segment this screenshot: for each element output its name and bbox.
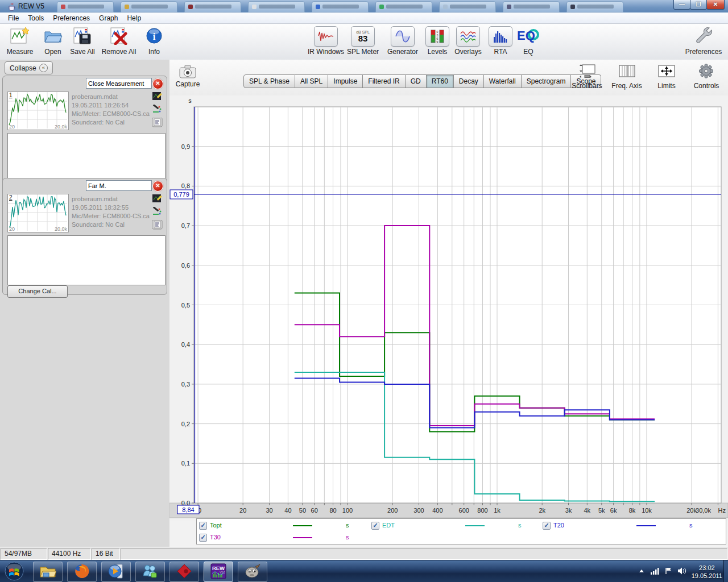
- background-browser-tab: [248, 1, 305, 13]
- controls-button[interactable]: Controls: [689, 63, 723, 90]
- toolbar-measure-button[interactable]: Measure: [1, 26, 39, 56]
- background-browser-tab: [57, 1, 114, 13]
- taskbar-rew-button[interactable]: REWV5.0: [204, 562, 233, 582]
- scrollbars-button[interactable]: Scrollbars: [570, 63, 604, 90]
- measurement-name-input[interactable]: [86, 78, 152, 89]
- toolbar-save-all-button[interactable]: Save All: [64, 26, 101, 56]
- toolbar-spl-meter-button[interactable]: dB SPL83SPL Meter: [344, 26, 382, 56]
- taskbar-explorer-button[interactable]: [33, 562, 63, 582]
- legend-checkbox-topt[interactable]: ✓: [199, 522, 207, 530]
- thumbnail-sparkline: [8, 92, 67, 128]
- graph-tab-decay[interactable]: Decay: [454, 74, 484, 88]
- toolbar-eq-button[interactable]: EQEQ: [510, 26, 547, 56]
- graph-tab-filtered-ir[interactable]: Filtered IR: [363, 74, 405, 88]
- explorer-icon: [39, 564, 56, 580]
- wrench-icon: [694, 26, 713, 47]
- measurement-panel-1[interactable]: ✕ 1 20 20,0k proberaum.mdat 19.05.2011 1…: [2, 76, 167, 193]
- measurement-name-input[interactable]: [86, 180, 152, 191]
- hidden-icons-arrow[interactable]: [638, 568, 645, 575]
- toolbar-ir-windows-button[interactable]: IR Windows: [307, 26, 345, 56]
- graph-tab-spectrogram[interactable]: Spectrogram: [522, 74, 572, 88]
- legend-checkbox-t20[interactable]: ✓: [543, 522, 551, 530]
- rt60-chart[interactable]: 0,00,10,20,30,40,50,60,70,80,91020304050…: [169, 95, 728, 521]
- close-button[interactable]: ✕: [706, 0, 725, 10]
- taskbar-clock[interactable]: 23:02 19.05.2011: [692, 564, 722, 580]
- overlays-icon: [456, 26, 480, 47]
- graph-tab-spl-phase[interactable]: SPL & Phase: [243, 74, 295, 88]
- window-titlebar[interactable]: REW V5 — ❐ ✕: [0, 0, 728, 13]
- taskbar-media-player-button[interactable]: [101, 562, 131, 582]
- measurement-number: 2: [9, 194, 13, 201]
- menu-file[interactable]: File: [3, 13, 23, 23]
- legend-label: T20: [553, 522, 564, 529]
- measurement-notes-area[interactable]: [7, 235, 166, 285]
- show-desktop-button[interactable]: [723, 560, 728, 582]
- y-tick-label: 0,4: [181, 341, 190, 348]
- taskbar-messenger-button[interactable]: [135, 562, 165, 582]
- adjust-wand-icon[interactable]: [152, 207, 164, 217]
- restore-button[interactable]: ❐: [690, 0, 707, 10]
- legend-label: Topt: [210, 522, 222, 529]
- legend-unit: s: [346, 534, 349, 541]
- toolbar-preferences-button[interactable]: Preferences: [685, 26, 722, 56]
- toolbar-generator-button[interactable]: Generator: [384, 26, 421, 56]
- graph-tab-all-spl[interactable]: All SPL: [295, 74, 328, 88]
- remove-all-icon: [109, 27, 129, 46]
- x-tick-label: 200: [387, 507, 398, 514]
- taskbar-firefox-button[interactable]: [67, 562, 97, 582]
- x-tick-label: 100: [342, 507, 353, 514]
- windows-taskbar: 23:02 19.05.2011 REWV5.0: [0, 560, 728, 582]
- menu-tools[interactable]: Tools: [23, 13, 48, 23]
- taskbar-gimp-button[interactable]: [238, 562, 267, 582]
- svg-text:i: i: [153, 31, 156, 42]
- graph-tab-waterfall[interactable]: Waterfall: [484, 74, 522, 88]
- close-measurement-icon[interactable]: ✕: [152, 78, 163, 89]
- capture-button[interactable]: Capture: [175, 64, 200, 88]
- legend-line-swatch: [465, 525, 485, 526]
- x-tick-label: 2k: [539, 507, 545, 514]
- measurement-soundcard: Soundcard: No Cal: [72, 118, 151, 127]
- menu-help[interactable]: Help: [122, 13, 146, 23]
- action-center-flag-icon[interactable]: [664, 567, 672, 576]
- minimize-button[interactable]: —: [673, 0, 690, 10]
- edit-trace-icon[interactable]: [152, 194, 164, 204]
- legend-item-edt: ✓EDTs: [371, 521, 542, 531]
- y-tick-label: 0,3: [181, 381, 190, 388]
- measurement-thumbnail[interactable]: 1 20 20,0k: [7, 92, 69, 130]
- edit-trace-icon[interactable]: [152, 92, 164, 102]
- limits-button[interactable]: Limits: [650, 63, 684, 90]
- toolbar-remove-all-button[interactable]: Remove All: [100, 26, 138, 56]
- graph-tab-gd[interactable]: GD: [406, 74, 427, 88]
- measurement-notes-area[interactable]: [7, 133, 166, 183]
- menu-preferences[interactable]: Preferences: [48, 13, 94, 23]
- x-tick-label: 800: [477, 507, 487, 514]
- measurement-mic: Mic/Meter: ECM8000-CS.ca: [72, 212, 151, 221]
- freq-axis-button[interactable]: Freq. Axis: [610, 63, 644, 90]
- measurement-panel-2[interactable]: ✕ 2 20 20,0k proberaum.mdat 19.05.2011 1…: [2, 178, 167, 295]
- network-icon[interactable]: [650, 568, 659, 576]
- menu-graph[interactable]: Graph: [94, 13, 122, 23]
- sample-rate-status: 44100 Hz: [48, 548, 91, 560]
- legend-line-swatch: [636, 525, 656, 526]
- graph-tab-impulse[interactable]: Impulse: [328, 74, 363, 88]
- x-tick-label: 40: [284, 507, 291, 514]
- scrollbars-icon: [577, 63, 597, 80]
- volume-icon[interactable]: [677, 567, 686, 576]
- start-button[interactable]: [3, 561, 25, 582]
- cursor-x-value: 8,84: [182, 506, 194, 513]
- close-measurement-icon[interactable]: ✕: [152, 181, 163, 192]
- measurement-thumbnail[interactable]: 2 20 20,0k: [7, 194, 69, 232]
- legend-checkbox-t30[interactable]: ✓: [199, 534, 207, 542]
- notes-icon[interactable]: [152, 220, 164, 231]
- taskbar-cubase-button[interactable]: [169, 562, 199, 582]
- main-toolbar: MeasureOpenSave AllRemove AlliInfoIR Win…: [0, 24, 728, 60]
- legend-checkbox-edt[interactable]: ✓: [371, 522, 379, 530]
- graph-tab-rt60[interactable]: RT60: [427, 74, 454, 88]
- notes-icon[interactable]: [152, 118, 164, 128]
- toolbar-info-button[interactable]: iInfo: [135, 26, 173, 56]
- change-cal-button[interactable]: Change Cal...: [7, 285, 68, 298]
- chart-legend: ✓Topts✓EDTs✓T20s✓T30s: [196, 518, 726, 544]
- adjust-wand-icon[interactable]: [152, 105, 164, 115]
- collapse-sidebar-button[interactable]: Collapse «: [5, 61, 53, 74]
- legend-line-swatch: [293, 537, 312, 538]
